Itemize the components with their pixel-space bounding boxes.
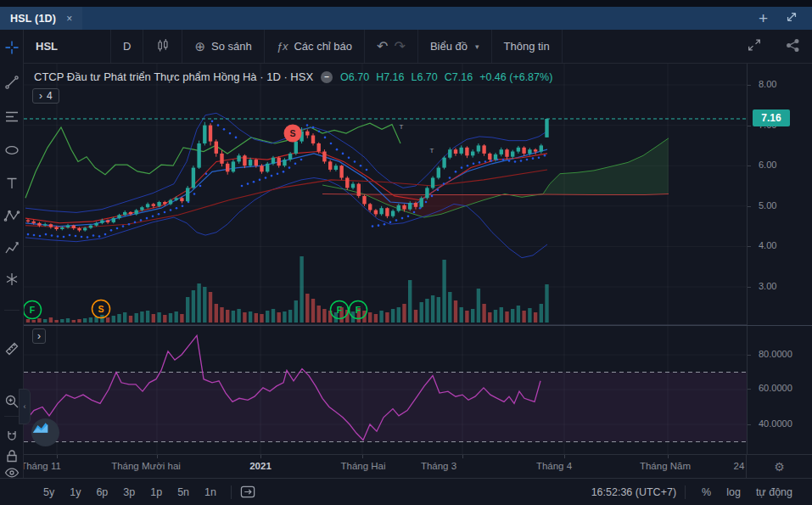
- candle-body: [232, 161, 235, 171]
- time-axis-label: Tháng 3: [421, 461, 456, 471]
- price-axis[interactable]: 8.007.006.005.004.003.0080.000060.000040…: [747, 64, 812, 454]
- volume-bar: [249, 311, 252, 323]
- chart-canvas[interactable]: TTFSSFF: [24, 64, 747, 454]
- volume-bar: [77, 319, 81, 323]
- sar-dot: [330, 143, 333, 145]
- range-button-5y[interactable]: 5y: [37, 485, 60, 500]
- compare-button[interactable]: ⊕ So sánh: [182, 30, 264, 63]
- share-button[interactable]: [774, 30, 812, 63]
- chevron-right-icon: ›: [39, 90, 42, 102]
- candle-body: [129, 212, 132, 214]
- trend-line-tool[interactable]: [3, 73, 21, 92]
- range-button-1y[interactable]: 1y: [64, 485, 87, 500]
- sar-dot: [520, 160, 523, 162]
- sar-dot: [484, 160, 487, 163]
- ohlc-values: O6.70 H7.16 L6.70 C7.16 +0.46 (+6.87%): [340, 71, 552, 83]
- indicators-collapse-button[interactable]: › 4: [32, 88, 59, 104]
- sar-dot: [128, 223, 131, 226]
- volume-bar: [494, 310, 497, 323]
- sar-dot: [455, 171, 457, 173]
- volume-bar: [112, 316, 115, 323]
- magnet-tool[interactable]: [3, 428, 21, 446]
- forecast-tool[interactable]: [3, 238, 21, 257]
- hide-series-button[interactable]: –: [321, 71, 333, 83]
- sar-dot: [241, 185, 244, 188]
- lock-tool[interactable]: [3, 446, 21, 465]
- sidebar-collapse-handle[interactable]: ‹: [19, 389, 31, 424]
- candle-body: [391, 211, 395, 216]
- time-axis-label: Tháng Hai: [340, 461, 385, 471]
- fullscreen-button[interactable]: [735, 30, 774, 63]
- sar-dot: [27, 233, 30, 236]
- volume-bar: [488, 312, 491, 323]
- percent-scale-button[interactable]: %: [694, 485, 719, 500]
- chart-menu-button[interactable]: Biểu đồ ▾: [418, 30, 492, 63]
- chart-tab[interactable]: HSL (1D) ×: [0, 7, 82, 30]
- candle-body: [66, 226, 70, 227]
- redo-button[interactable]: ↷: [394, 38, 405, 54]
- indicators-button[interactable]: ƒx Các chỉ báo: [265, 30, 365, 63]
- fib-retracement-icon: [3, 109, 20, 126]
- signal-marker-s[interactable]: S: [284, 125, 302, 143]
- volume-bar: [465, 311, 468, 323]
- range-button-1n[interactable]: 1n: [199, 485, 222, 500]
- clock[interactable]: 16:52:36 (UTC+7): [591, 486, 676, 498]
- text-tool[interactable]: [3, 174, 21, 193]
- sar-dot: [247, 182, 249, 185]
- symbol-title[interactable]: CTCP Đầu tư Phát triển Thực phẩm Hồng Hà…: [34, 70, 313, 83]
- volume-bar: [106, 317, 109, 323]
- go-to-date-button[interactable]: [240, 485, 256, 499]
- time-axis[interactable]: ⚙ Tháng 11Tháng Mười hai2021Tháng HaiThá…: [24, 454, 812, 478]
- sar-dot: [366, 169, 368, 171]
- symbol-button[interactable]: HSL: [24, 30, 111, 63]
- chart-area[interactable]: TTFSSFF CTCP Đầu tư Phát triển Thực phẩm…: [24, 64, 747, 454]
- pane-divider[interactable]: [24, 325, 812, 326]
- range-button-5n[interactable]: 5n: [171, 485, 195, 500]
- sar-dot: [514, 160, 517, 163]
- volume-bar: [368, 312, 372, 323]
- auto-scale-button[interactable]: tự động: [748, 485, 800, 500]
- sar-dot: [395, 219, 398, 222]
- log-scale-button[interactable]: log: [719, 485, 748, 500]
- icons-tool[interactable]: [3, 270, 21, 289]
- volume-bar: [448, 292, 451, 323]
- interval-button[interactable]: D: [111, 30, 143, 63]
- range-button-6p[interactable]: 6p: [90, 485, 114, 500]
- bollinger-lower-line: [25, 178, 547, 258]
- candle-body: [140, 207, 143, 210]
- gear-icon[interactable]: ⚙: [774, 460, 785, 474]
- range-button-1p[interactable]: 1p: [144, 485, 168, 500]
- volume-bar: [180, 314, 183, 323]
- candle-body: [277, 158, 281, 166]
- info-button[interactable]: Thông tin: [492, 30, 563, 63]
- xabcd-pattern-tool[interactable]: [3, 206, 21, 225]
- ellipse-shape-icon: [3, 142, 20, 159]
- ellipse-shape-tool[interactable]: [3, 141, 21, 160]
- signal-marker-f[interactable]: F: [24, 301, 42, 319]
- undo-button[interactable]: ↶: [377, 38, 388, 54]
- rsi-collapse-button[interactable]: ›: [32, 328, 46, 344]
- sar-dot: [342, 153, 344, 155]
- chevron-right-icon: ›: [37, 330, 41, 342]
- sar-dot: [265, 177, 267, 179]
- fib-retracement-tool[interactable]: [3, 108, 21, 126]
- sar-dot: [45, 233, 48, 236]
- trade-mark: T: [430, 147, 434, 154]
- tab-bar: HSL (1D) × +: [0, 0, 812, 30]
- add-tab-icon[interactable]: +: [759, 10, 768, 26]
- cross-cursor-tool[interactable]: [3, 38, 21, 57]
- chart-style-button[interactable]: [143, 30, 182, 63]
- candle-body: [517, 148, 520, 152]
- candle-body: [357, 184, 361, 196]
- volume-bar: [89, 317, 92, 323]
- candle-body: [117, 215, 120, 218]
- expand-window-icon[interactable]: [785, 10, 798, 27]
- axis-settings-corner[interactable]: ⚙: [746, 455, 812, 478]
- measure-tool[interactable]: [3, 339, 21, 358]
- range-button-3p[interactable]: 3p: [117, 485, 141, 500]
- volume-bar: [402, 304, 406, 323]
- sar-dot: [104, 233, 107, 236]
- sar-dot: [378, 224, 380, 227]
- close-icon[interactable]: ×: [66, 13, 72, 25]
- sar-dot: [140, 219, 143, 222]
